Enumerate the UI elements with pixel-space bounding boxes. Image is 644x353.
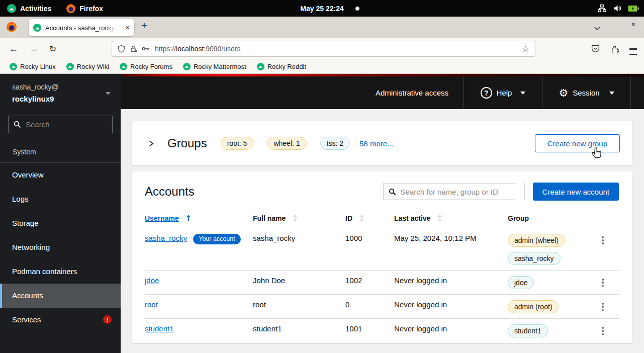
group-chip-root-5[interactable]: root: 5	[221, 137, 254, 150]
group-chip-wheel-1[interactable]: wheel: 1	[267, 137, 306, 150]
accounts-search-box[interactable]	[383, 183, 516, 200]
row-actions-cell	[594, 319, 619, 343]
row-menu-kebab-icon[interactable]	[598, 324, 608, 337]
sidebar-item-podman-containers[interactable]: Podman containers	[0, 259, 121, 284]
groups-more-link[interactable]: 58 more...	[359, 139, 394, 148]
rocky-favicon-icon	[257, 63, 264, 70]
reload-button[interactable]: ↻	[49, 44, 56, 54]
sidebar-category-system: System	[13, 148, 121, 156]
toolbar-divider	[524, 183, 525, 200]
group-chip-tss-2[interactable]: tss: 2	[320, 137, 350, 150]
firefox-appmenu-label: Firefox	[79, 5, 103, 13]
administrative-access-button[interactable]: Administrative access	[360, 76, 464, 109]
tab-favicon-rocky-icon	[33, 24, 41, 32]
rocky-favicon-icon	[120, 63, 127, 70]
window-close-icon[interactable]: ×	[631, 20, 635, 29]
bookmark-rocky-mattermost[interactable]: Rocky Mattermost	[180, 62, 249, 71]
bookmark-rocky-linux[interactable]: Rocky Linux	[7, 62, 59, 71]
tab-close-icon[interactable]: ×	[126, 24, 130, 31]
bookmark-rocky-wiki[interactable]: Rocky Wiki	[63, 62, 112, 71]
group-cell: jdoe	[508, 271, 594, 295]
username-link[interactable]: sasha_rocky	[145, 234, 187, 242]
row-menu-kebab-icon[interactable]	[598, 234, 608, 247]
pocket-icon[interactable]	[591, 45, 600, 53]
url-text[interactable]: https://localhost:9090/users	[155, 45, 240, 53]
host-switcher-caret-icon	[106, 92, 111, 95]
sidebar-item-label: Services	[12, 315, 41, 324]
clock[interactable]: May 25 22:24	[300, 0, 343, 17]
group-chip-list: admin (root)	[508, 300, 590, 313]
table-header-row: UsernameFull nameIDLast activeGroup	[145, 211, 619, 228]
groups-expand-chevron-icon[interactable]	[149, 140, 154, 147]
system-top-bar: Activities Firefox May 25 22:24	[0, 0, 644, 17]
url-bar[interactable]: https://localhost:9090/users ☆	[112, 41, 535, 57]
row-menu-kebab-icon[interactable]	[598, 300, 608, 313]
list-tabs-chevron-icon[interactable]	[594, 24, 601, 33]
firefox-icon	[66, 4, 75, 13]
session-label: Session	[573, 89, 599, 97]
bookmark-label: Rocky Wiki	[77, 63, 109, 70]
table-row-sasha-rocky: sasha_rockyYour accountsasha_rocky1000Ma…	[145, 228, 619, 271]
last-active-cell: Never logged in	[394, 271, 508, 295]
sidebar-search-box[interactable]	[8, 116, 113, 133]
row-actions-cell	[594, 271, 619, 295]
activities-button[interactable]: Activities	[7, 4, 51, 13]
create-new-group-button[interactable]: Create new group	[535, 134, 620, 152]
sidebar-nav: OverviewLogsStorageNetworkingPodman cont…	[0, 163, 121, 332]
column-label: Full name	[253, 214, 286, 222]
rocky-favicon-icon	[183, 63, 191, 70]
recording-indicator-dot	[355, 7, 359, 11]
help-menu-button[interactable]: ? Help	[464, 76, 542, 109]
browser-tab[interactable]: Accounts - sasha_rocky@ ×	[29, 19, 134, 36]
sidebar-search-input[interactable]	[26, 120, 106, 129]
session-caret-icon	[609, 92, 614, 95]
column-header-username[interactable]: Username	[145, 211, 253, 228]
column-label: Group	[508, 214, 529, 222]
sidebar-item-services[interactable]: Services!	[0, 308, 121, 332]
create-new-account-button[interactable]: Create new account	[533, 183, 619, 201]
forward-button[interactable]: →	[29, 44, 38, 54]
group-cell: admin (wheel)sasha_rocky	[508, 228, 594, 271]
system-tray[interactable]	[598, 0, 639, 17]
sidebar-item-storage[interactable]: Storage	[0, 211, 121, 235]
session-menu-button[interactable]: ⚙ Session	[542, 76, 630, 109]
id-cell: 1000	[345, 228, 394, 271]
back-button[interactable]: ←	[9, 44, 18, 54]
group-chip-admin-root-: admin (root)	[508, 300, 559, 313]
gear-icon: ⚙	[559, 87, 568, 98]
new-tab-button[interactable]: +	[141, 20, 147, 32]
battery-charging-icon	[628, 5, 639, 12]
last-active-cell: Never logged in	[394, 319, 508, 343]
accounts-search-input[interactable]	[401, 188, 506, 196]
username-link[interactable]: root	[145, 300, 158, 309]
bookmark-rocky-reddit[interactable]: Rocky Reddit	[254, 62, 309, 71]
bookmark-star-icon[interactable]: ☆	[522, 44, 529, 54]
menu-hamburger-icon[interactable]	[629, 47, 637, 51]
sidebar-item-label: Logs	[12, 195, 29, 203]
username-link[interactable]: jdoe	[145, 276, 159, 285]
username-link[interactable]: student1	[145, 324, 174, 333]
bookmark-rocky-forums[interactable]: Rocky Forums	[117, 62, 175, 71]
row-actions-cell	[594, 228, 619, 271]
column-header-last-active[interactable]: Last active	[394, 211, 508, 228]
cockpit-sidebar: sasha_rocky@ rockylinux9 System Overview…	[0, 74, 121, 353]
sidebar-item-overview[interactable]: Overview	[0, 163, 121, 187]
extensions-puzzle-icon[interactable]	[610, 45, 619, 53]
column-header-full-name[interactable]: Full name	[253, 211, 345, 228]
host-user-switcher[interactable]: sasha_rocky@ rockylinux9	[0, 74, 121, 105]
tracking-shield-icon[interactable]	[118, 45, 125, 53]
username-cell: sasha_rockyYour account	[145, 228, 253, 271]
row-menu-kebab-icon[interactable]	[598, 276, 608, 289]
sidebar-item-networking[interactable]: Networking	[0, 235, 121, 259]
group-chip-jdoe: jdoe	[508, 276, 534, 289]
saved-password-key-icon[interactable]	[142, 45, 150, 52]
sidebar-item-accounts[interactable]: Accounts	[0, 284, 121, 308]
browser-tab-strip: Accounts - sasha_rocky@ × + ×	[0, 17, 644, 38]
column-label: ID	[345, 214, 352, 222]
firefox-appmenu-button[interactable]: Firefox	[66, 4, 103, 13]
last-active-cell: Never logged in	[394, 295, 508, 319]
column-header-id[interactable]: ID	[345, 211, 394, 228]
lock-warning-icon[interactable]	[130, 45, 137, 53]
sidebar-item-logs[interactable]: Logs	[0, 187, 121, 211]
accounts-panel: Accounts Create new account UsernameFull…	[132, 171, 632, 343]
